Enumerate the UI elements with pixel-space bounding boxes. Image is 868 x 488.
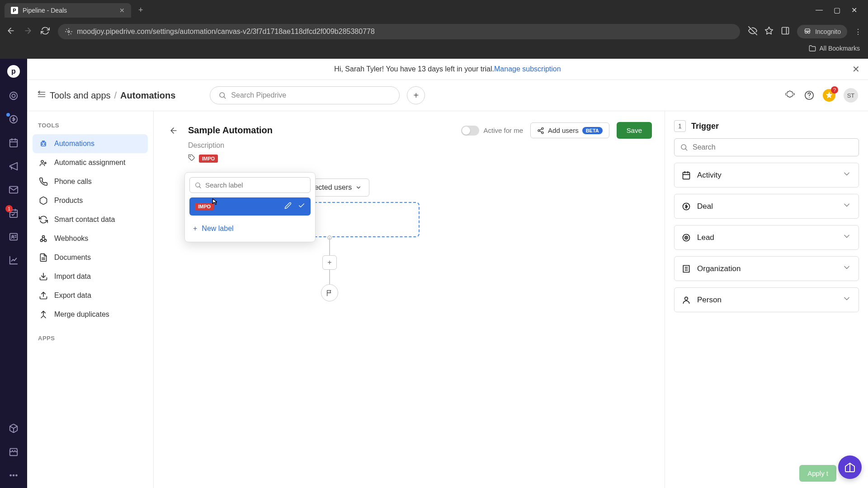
chevron-down-icon (842, 201, 851, 212)
svg-point-14 (16, 475, 17, 476)
menu-dots-icon[interactable]: ⋮ (854, 28, 862, 36)
new-tab-button[interactable]: + (135, 4, 147, 17)
trial-banner: Hi, Sarah Tyler! You have 13 days left i… (27, 59, 868, 80)
search-icon (194, 182, 202, 189)
breadcrumb-root[interactable]: Tools and apps (50, 90, 111, 101)
sidebar-label: Automatic assignment (54, 159, 125, 167)
bookmark-star-icon[interactable] (764, 26, 774, 37)
sidebar-item-merge-duplicates[interactable]: Merge duplicates (33, 305, 148, 324)
manage-subscription-link[interactable]: Manage subscription (494, 65, 561, 73)
sidebar-item-phone-calls[interactable]: Phone calls (33, 172, 148, 191)
sidebar-item-import-data[interactable]: Import data (33, 267, 148, 286)
tab-bar: P Pipeline - Deals ✕ + — ▢ ✕ (0, 0, 868, 20)
user-avatar[interactable]: ST (844, 88, 858, 103)
svg-point-4 (10, 92, 18, 100)
folder-icon (809, 45, 816, 52)
add-users-button[interactable]: Add users BETA (530, 122, 609, 138)
breadcrumb-current: Automations (120, 90, 175, 101)
sidebar-item-automations[interactable]: Automations (33, 134, 148, 153)
sidebar-item-export-data[interactable]: Export data (33, 286, 148, 305)
rail-dollar-icon[interactable] (8, 114, 19, 125)
favicon: P (11, 7, 18, 14)
sidebar-item-documents[interactable]: Documents (33, 248, 148, 267)
sidebar-item-smart-contact[interactable]: Smart contact data (33, 210, 148, 229)
add-step-button[interactable]: + (322, 255, 337, 270)
tools-sidebar: TOOLS Automations Automatic assignment P… (27, 111, 154, 488)
save-button[interactable]: Save (617, 122, 652, 139)
browser-tab[interactable]: P Pipeline - Deals ✕ (5, 3, 131, 18)
rail-contacts-icon[interactable] (8, 231, 19, 242)
chevron-down-icon (842, 294, 851, 305)
global-search[interactable]: Search Pipedrive (210, 86, 400, 104)
trigger-item-deal[interactable]: Deal (674, 194, 859, 219)
rail-target-icon[interactable] (8, 90, 19, 101)
robot-icon (39, 139, 48, 148)
phone-icon (39, 177, 48, 186)
back-icon[interactable] (6, 26, 15, 37)
all-bookmarks-link[interactable]: All Bookmarks (820, 45, 860, 52)
back-button[interactable] (166, 123, 181, 138)
rail-calendar-icon[interactable] (8, 137, 19, 148)
tag-icon[interactable] (188, 154, 195, 163)
sidebar-item-webhooks[interactable]: Webhooks (33, 229, 148, 248)
share-icon (537, 127, 544, 134)
page-header: Sample Automation Active for me Add user… (166, 122, 652, 139)
active-toggle[interactable] (461, 126, 479, 136)
rail-badge: 1 (5, 205, 13, 212)
automation-title[interactable]: Sample Automation (188, 125, 273, 136)
eye-off-icon[interactable] (748, 26, 757, 37)
rail-box-icon[interactable] (8, 423, 19, 434)
help-icon[interactable] (804, 90, 815, 101)
svg-point-28 (190, 156, 190, 156)
maximize-icon[interactable]: ▢ (834, 6, 840, 14)
toggle-sidebar-icon[interactable] (37, 90, 46, 101)
rail-mail-icon[interactable] (8, 184, 19, 195)
new-label-button[interactable]: + New label (189, 220, 311, 237)
quick-add-button[interactable]: + (407, 86, 425, 104)
download-icon (39, 272, 48, 281)
browser-chrome: P Pipeline - Deals ✕ + — ▢ ✕ moodjoy.pip… (0, 0, 868, 59)
edit-label-icon[interactable] (284, 202, 292, 211)
trigger-item-activity[interactable]: Activity (674, 163, 859, 188)
close-tab-icon[interactable]: ✕ (119, 7, 125, 14)
target-icon (682, 233, 691, 242)
current-tag[interactable]: IMPO (199, 155, 218, 163)
sidebar-item-products[interactable]: Products (33, 191, 148, 210)
help-fab[interactable] (838, 455, 862, 479)
rail-marketplace-icon[interactable] (8, 446, 19, 457)
rail-campaigns-icon[interactable] (8, 161, 19, 172)
label-option-impo[interactable]: IMPO (189, 197, 311, 216)
sidebar-item-automatic-assignment[interactable]: Automatic assignment (33, 153, 148, 172)
description-field[interactable]: Description (188, 141, 652, 150)
search-placeholder: Search Pipedrive (231, 91, 286, 99)
trigger-item-lead[interactable]: Lead (674, 225, 859, 250)
reload-icon[interactable] (41, 26, 50, 37)
trigger-search-field[interactable] (693, 143, 853, 151)
incognito-indicator[interactable]: Incognito (797, 25, 847, 38)
extensions-icon[interactable] (785, 90, 796, 101)
url-input[interactable]: moodjoy.pipedrive.com/settings/automatio… (58, 24, 740, 39)
trigger-item-person[interactable]: Person (674, 287, 859, 312)
label-search-field[interactable] (205, 181, 306, 189)
tab-title: Pipeline - Deals (23, 7, 67, 14)
close-banner-icon[interactable]: ✕ (852, 64, 860, 75)
panel-icon[interactable] (781, 26, 790, 37)
rail-insights-icon[interactable] (8, 255, 19, 266)
close-window-icon[interactable]: ✕ (851, 6, 857, 14)
forward-icon[interactable] (24, 26, 33, 37)
breadcrumb-separator: / (114, 90, 117, 101)
trigger-header: 1 Trigger (674, 120, 859, 132)
apply-trigger-button[interactable]: Apply t (799, 465, 836, 482)
minimize-icon[interactable]: — (816, 6, 823, 14)
rail-more-icon[interactable] (8, 470, 19, 481)
add-users-label: Add users (548, 127, 579, 134)
upgrade-icon[interactable]: ? (823, 89, 835, 102)
trigger-item-organization[interactable]: Organization (674, 256, 859, 281)
app-logo[interactable]: p (7, 65, 20, 78)
check-icon[interactable] (298, 202, 305, 211)
rail-activities-icon[interactable]: 1 (8, 208, 19, 219)
label-search-input[interactable] (189, 177, 311, 193)
chevron-down-icon (842, 232, 851, 243)
trigger-search[interactable] (674, 138, 859, 156)
site-info-icon (65, 28, 72, 35)
